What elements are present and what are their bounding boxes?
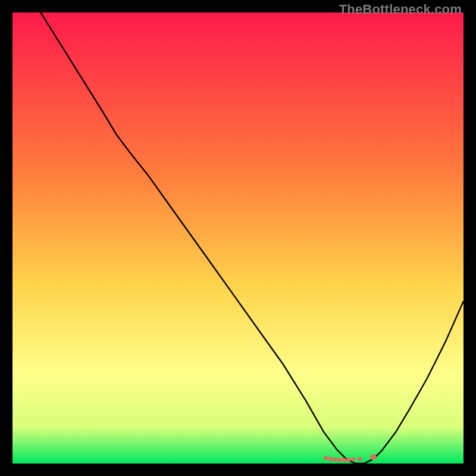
marker-point	[337, 458, 342, 462]
marker-point	[346, 458, 350, 462]
marker-point	[333, 458, 337, 462]
marker-point	[370, 454, 376, 460]
chart-svg	[12, 12, 464, 464]
gradient-background	[12, 12, 464, 464]
marker-point	[351, 458, 355, 462]
watermark-text: TheBottleneck.com	[339, 2, 462, 17]
marker-point	[342, 458, 346, 462]
marker-point	[358, 457, 362, 461]
marker-point	[328, 457, 333, 461]
marker-point	[324, 456, 328, 460]
chart-frame	[12, 12, 464, 464]
